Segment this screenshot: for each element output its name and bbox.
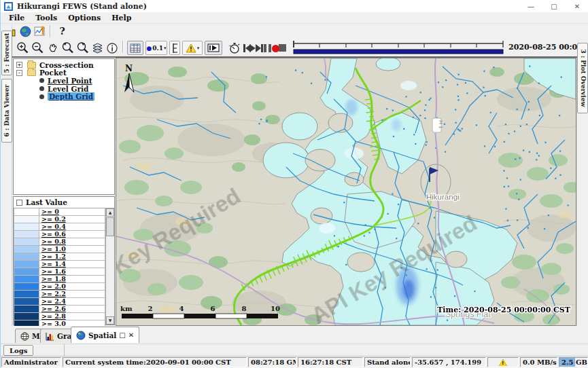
menu-help[interactable]: Help (106, 13, 137, 23)
scroll-down-icon[interactable]: ▼ (106, 316, 114, 325)
node-bullet-icon (39, 78, 44, 83)
dropdown-arrow-icon: ▾ (164, 45, 167, 51)
status-memory: 2.5 GB (559, 357, 588, 367)
stopwatch-icon[interactable] (227, 41, 241, 55)
legend-row: >= 1.8 (14, 276, 105, 283)
app-window: Hikurangi FEWS (Stand alone) — □ ✕ File … (0, 0, 588, 368)
info-icon[interactable] (105, 41, 119, 55)
window-title: Hikurangi FEWS (Stand alone) (17, 2, 147, 11)
legend-panel: Last Value >= 0 >= 0.2 >= 0.4 >= 0.6 >= … (13, 196, 115, 325)
status-system-time: Current system time:2020-09-01 00:00 CST (63, 357, 247, 367)
scroll-up-icon[interactable]: ▲ (106, 208, 114, 217)
zoom-previous-icon[interactable] (60, 41, 75, 55)
folder-icon (27, 69, 36, 76)
main-toolbar: ? (1, 24, 588, 39)
map-time-label: Time: 2020-08-25 00:00:00 CST (437, 306, 571, 314)
tree-node-level-point[interactable]: Level Point (14, 77, 114, 85)
legend-row: >= 2.4 (14, 298, 105, 306)
legend-row: >= 2.0 (14, 283, 105, 291)
svg-text:4: 4 (179, 305, 184, 312)
layer-tree-panel: + Cross-section - Pocket Level Point Lev… (13, 58, 115, 195)
tab-maximize-icon[interactable]: □ (119, 331, 125, 339)
tab-plot-overview[interactable]: 3 : Plot Overview (577, 43, 588, 113)
timeseries-display-icon[interactable] (33, 24, 48, 38)
status-user: Administrator (1, 357, 61, 367)
legend-row: >= 2.2 (14, 291, 105, 298)
legend-row: >= 1.4 (14, 261, 105, 268)
tab-forecast[interactable]: 5 : Forecast (1, 31, 12, 75)
globe-icon[interactable] (18, 24, 33, 38)
warning-threshold-dropdown[interactable]: ▾ (182, 41, 203, 55)
logs-row: Logs (1, 344, 588, 356)
skip-end-button[interactable] (256, 44, 263, 52)
maximize-button[interactable]: □ (542, 0, 566, 12)
spatial-map-panel[interactable]: API Key Required API Key Required H 1 Hi… (116, 58, 576, 326)
tree-node-depth-grid[interactable]: Depth Grid (14, 92, 114, 100)
wire-globe-icon (20, 332, 29, 341)
map-canvas[interactable]: API Key Required API Key Required H 1 Hi… (116, 58, 576, 325)
tree-node-pocket[interactable]: - Pocket (14, 69, 114, 77)
menu-bar: File Tools Options Help (1, 12, 588, 24)
legend-row: >= 0.2 (14, 216, 105, 223)
timeline-slider[interactable] (292, 39, 505, 56)
tab-data-viewer[interactable]: 6 : Data Viewer (1, 79, 12, 143)
legend-row: >= 0.4 (14, 223, 105, 231)
point-dot-icon: ● (146, 45, 152, 52)
layers-icon[interactable] (90, 41, 105, 55)
tab-spatial[interactable]: Spatial □ ✕ (71, 327, 139, 343)
town-label: Hikurangi (426, 193, 460, 201)
legend-table: >= 0 >= 0.2 >= 0.4 >= 0.6 >= 0.8 >= 1.0 … (14, 208, 105, 325)
last-value-checkbox[interactable] (16, 200, 22, 206)
status-warning-cell[interactable] (487, 357, 519, 367)
legend-row: >= 0.6 (14, 231, 105, 238)
legend-row: >= 2.8 (14, 313, 105, 320)
status-gmt-time: 08:27:18 GMT (248, 357, 296, 367)
svg-text:N: N (125, 64, 133, 73)
legend-scrollbar[interactable]: ▲ ▼ (105, 208, 114, 325)
status-mode: Stand alone (364, 357, 411, 367)
warning-triangle-icon (499, 358, 507, 365)
svg-text:6: 6 (211, 305, 215, 312)
folder-icon (27, 62, 36, 69)
globe-icon (76, 331, 86, 340)
tree-node-level-grid[interactable]: Level Grid (14, 85, 114, 93)
animation-panel-button[interactable] (205, 41, 222, 55)
panel-divider (64, 344, 65, 356)
scrollbar-thumb[interactable] (106, 217, 114, 236)
legend-row: >= 0 (14, 208, 105, 216)
svg-text:km: km (120, 305, 133, 312)
point-scale-dropdown[interactable]: ●0.1▾ (145, 41, 167, 55)
tab-close-icon[interactable]: ✕ (128, 331, 134, 339)
status-transfer-rate: 0.0 MB/s (520, 357, 557, 367)
view-tab-strip: Map Graph Spatial □ ✕ (1, 326, 588, 344)
title-bar: Hikurangi FEWS (Stand alone) — □ ✕ (1, 0, 588, 12)
node-bullet-icon (39, 86, 44, 91)
minimize-button[interactable]: — (519, 0, 542, 12)
svg-text:2: 2 (148, 305, 153, 312)
close-button[interactable]: ✕ (566, 0, 588, 12)
zoom-out-icon[interactable] (31, 41, 45, 55)
zoom-next-icon[interactable] (75, 41, 90, 55)
skip-start-button[interactable] (243, 44, 251, 52)
node-bullet-icon (39, 94, 44, 99)
help-icon[interactable]: ? (55, 24, 69, 38)
status-coordinates: -35.657 , 174.199 (412, 357, 486, 367)
svg-text:H 1: H 1 (438, 120, 444, 129)
warning-triangle-icon (186, 43, 196, 53)
menu-tools[interactable]: Tools (30, 13, 63, 23)
svg-text:8: 8 (242, 305, 247, 312)
record-button[interactable] (272, 45, 279, 52)
logs-button[interactable]: Logs (3, 345, 33, 356)
legend-scale-button[interactable] (169, 41, 180, 55)
legend-row: >= 1.0 (14, 246, 105, 253)
expander-minus-icon[interactable]: - (16, 70, 22, 76)
last-value-label: Last Value (26, 198, 67, 206)
menu-file[interactable]: File (3, 13, 30, 23)
svg-text:10: 10 (271, 305, 280, 312)
grid-display-button[interactable] (127, 41, 143, 55)
zoom-in-icon[interactable] (16, 41, 30, 55)
pan-hand-icon[interactable] (46, 41, 60, 55)
timeline-datetime: 2020-08-25 00:00:00 CST (508, 43, 588, 52)
menu-options[interactable]: Options (63, 13, 106, 23)
expander-plus-icon[interactable]: + (16, 62, 22, 68)
